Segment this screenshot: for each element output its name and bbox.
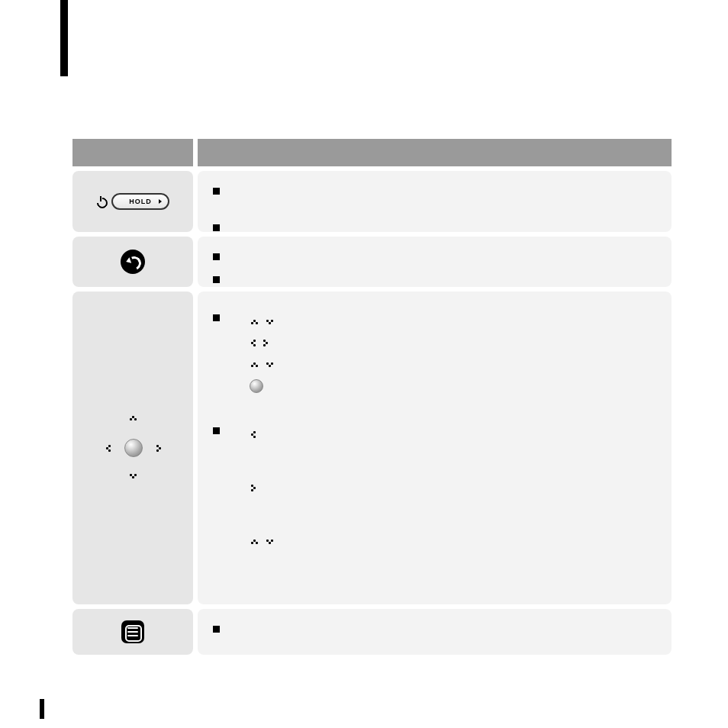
nav-bullet-1	[213, 311, 656, 397]
nav-sub-select	[250, 375, 656, 397]
row-power-hold: HOLD	[72, 171, 672, 232]
caret-right-icon	[250, 483, 257, 494]
button-cell-nav	[72, 292, 193, 604]
nav-up-icon	[128, 414, 139, 422]
back-icon	[121, 250, 145, 274]
nav-play-sub-up-down	[250, 531, 656, 552]
caret-down-icon	[265, 318, 275, 326]
caret-down-icon	[265, 361, 275, 369]
button-cell-power: HOLD	[72, 171, 193, 232]
caret-down-icon	[265, 538, 275, 546]
five-way-pad-icon	[91, 387, 175, 509]
menu-icon	[121, 620, 144, 643]
nav-play-sub-left	[250, 424, 656, 446]
caret-up-icon	[250, 361, 260, 369]
power-icon	[96, 196, 107, 207]
function-cell-power	[198, 171, 672, 232]
power-hold-switch-icon: HOLD	[96, 193, 169, 210]
nav-sub-up-down-2	[250, 354, 656, 375]
row-menu	[72, 609, 672, 655]
caret-up-icon	[250, 318, 260, 326]
nav-select-icon	[124, 439, 143, 457]
nav-play-sub-right	[250, 478, 656, 499]
nav-left-icon	[105, 443, 112, 454]
button-reference-table: HOLD	[72, 139, 672, 655]
back-bullet-1	[213, 250, 656, 266]
nav-right-icon	[155, 443, 163, 454]
page-spine	[60, 0, 68, 76]
back-bullet-2	[213, 273, 656, 288]
caret-up-icon	[250, 538, 260, 546]
menu-bullet-1	[213, 623, 656, 638]
nav-sub-left-right	[250, 333, 656, 354]
function-cell-menu	[198, 609, 672, 655]
nav-bullet-2	[213, 424, 656, 552]
function-cell-back	[198, 237, 672, 287]
nav-sub-up-down	[250, 311, 656, 333]
power-bullet-2	[213, 221, 656, 237]
select-icon	[250, 379, 263, 393]
power-bullet-1	[213, 185, 656, 200]
caret-right-icon	[262, 338, 269, 349]
table-header	[72, 139, 672, 166]
row-back	[72, 237, 672, 287]
button-cell-menu	[72, 609, 193, 655]
button-cell-back	[72, 237, 193, 287]
header-function-col	[198, 139, 672, 166]
caret-left-icon	[250, 430, 257, 440]
caret-left-icon	[250, 338, 257, 349]
nav-down-icon	[128, 472, 139, 480]
hold-slider-icon: HOLD	[111, 193, 169, 210]
header-button-col	[72, 139, 193, 166]
row-navigation	[72, 292, 672, 604]
function-cell-nav	[198, 292, 672, 604]
